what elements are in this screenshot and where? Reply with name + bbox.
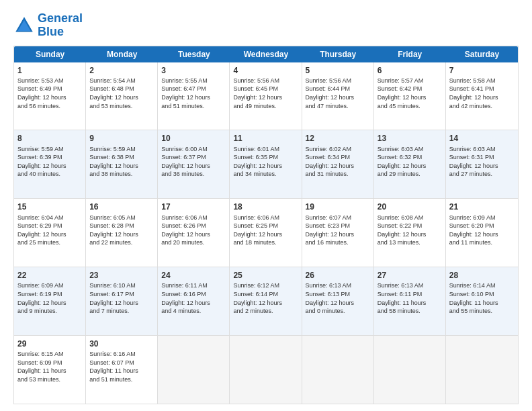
day-number: 20 (378, 201, 442, 212)
day-cell: 15Sunrise: 6:04 AM Sunset: 6:29 PM Dayli… (14, 199, 86, 267)
col-sunday: Sunday (14, 46, 86, 62)
day-number: 14 (449, 133, 515, 144)
day-info: Sunrise: 5:57 AM Sunset: 6:42 PM Dayligh… (378, 77, 442, 110)
day-info: Sunrise: 6:04 AM Sunset: 6:29 PM Dayligh… (17, 214, 82, 247)
day-cell: 14Sunrise: 6:03 AM Sunset: 6:31 PM Dayli… (446, 130, 518, 198)
day-cell: 17Sunrise: 6:06 AM Sunset: 6:26 PM Dayli… (158, 199, 230, 267)
calendar-body: 1Sunrise: 5:53 AM Sunset: 6:49 PM Daylig… (14, 62, 518, 404)
day-cell: 1Sunrise: 5:53 AM Sunset: 6:49 PM Daylig… (14, 62, 86, 130)
day-number: 7 (449, 65, 515, 76)
day-info: Sunrise: 6:00 AM Sunset: 6:37 PM Dayligh… (161, 145, 226, 179)
day-info: Sunrise: 6:14 AM Sunset: 6:10 PM Dayligh… (449, 281, 515, 315)
day-number: 23 (89, 270, 154, 281)
day-info: Sunrise: 6:10 AM Sunset: 6:17 PM Dayligh… (89, 281, 154, 315)
day-cell: 27Sunrise: 6:13 AM Sunset: 6:11 PM Dayli… (374, 267, 446, 335)
empty-cell (446, 336, 518, 404)
col-wednesday: Wednesday (230, 46, 302, 62)
day-number: 1 (17, 65, 82, 76)
day-info: Sunrise: 5:59 AM Sunset: 6:38 PM Dayligh… (89, 145, 154, 179)
day-info: Sunrise: 6:03 AM Sunset: 6:32 PM Dayligh… (378, 145, 442, 179)
day-cell: 20Sunrise: 6:08 AM Sunset: 6:22 PM Dayli… (374, 199, 446, 267)
day-number: 15 (17, 201, 82, 212)
day-cell: 6Sunrise: 5:57 AM Sunset: 6:42 PM Daylig… (374, 62, 446, 130)
day-cell: 18Sunrise: 6:06 AM Sunset: 6:25 PM Dayli… (230, 199, 302, 267)
day-cell: 5Sunrise: 5:56 AM Sunset: 6:44 PM Daylig… (302, 62, 374, 130)
day-number: 10 (161, 133, 226, 144)
calendar-row: 29Sunrise: 6:15 AM Sunset: 6:09 PM Dayli… (14, 336, 518, 404)
calendar: Sunday Monday Tuesday Wednesday Thursday… (13, 46, 519, 404)
day-number: 30 (89, 338, 154, 349)
day-number: 27 (378, 270, 442, 281)
col-saturday: Saturday (446, 46, 518, 62)
empty-cell (158, 336, 230, 404)
day-number: 16 (89, 201, 154, 212)
empty-cell (230, 336, 302, 404)
day-cell: 8Sunrise: 5:59 AM Sunset: 6:39 PM Daylig… (14, 130, 86, 198)
day-cell: 2Sunrise: 5:54 AM Sunset: 6:48 PM Daylig… (86, 62, 158, 130)
day-info: Sunrise: 6:13 AM Sunset: 6:11 PM Dayligh… (378, 281, 442, 315)
page: General Blue Sunday Monday Tuesday Wedne… (0, 0, 532, 411)
day-info: Sunrise: 6:01 AM Sunset: 6:35 PM Dayligh… (233, 145, 298, 179)
day-cell: 26Sunrise: 6:13 AM Sunset: 6:13 PM Dayli… (302, 267, 374, 335)
day-number: 24 (161, 270, 226, 281)
calendar-row: 15Sunrise: 6:04 AM Sunset: 6:29 PM Dayli… (14, 199, 518, 267)
day-number: 17 (161, 201, 226, 212)
day-number: 19 (306, 201, 370, 212)
day-cell: 22Sunrise: 6:09 AM Sunset: 6:19 PM Dayli… (14, 267, 86, 335)
empty-cell (302, 336, 374, 404)
day-info: Sunrise: 6:09 AM Sunset: 6:20 PM Dayligh… (449, 214, 515, 247)
day-number: 26 (306, 270, 370, 281)
day-number: 28 (449, 270, 515, 281)
day-info: Sunrise: 5:53 AM Sunset: 6:49 PM Dayligh… (17, 77, 82, 110)
day-info: Sunrise: 6:09 AM Sunset: 6:19 PM Dayligh… (17, 281, 82, 315)
day-info: Sunrise: 6:11 AM Sunset: 6:16 PM Dayligh… (161, 281, 226, 315)
day-number: 6 (378, 65, 442, 76)
day-cell: 12Sunrise: 6:02 AM Sunset: 6:34 PM Dayli… (302, 130, 374, 198)
day-info: Sunrise: 6:02 AM Sunset: 6:34 PM Dayligh… (306, 145, 370, 179)
day-number: 22 (17, 270, 82, 281)
day-number: 2 (89, 65, 154, 76)
day-info: Sunrise: 6:06 AM Sunset: 6:25 PM Dayligh… (233, 214, 298, 247)
day-info: Sunrise: 6:12 AM Sunset: 6:14 PM Dayligh… (233, 281, 298, 315)
day-cell: 29Sunrise: 6:15 AM Sunset: 6:09 PM Dayli… (14, 336, 86, 404)
day-cell: 30Sunrise: 6:16 AM Sunset: 6:07 PM Dayli… (86, 336, 158, 404)
day-cell: 7Sunrise: 5:58 AM Sunset: 6:41 PM Daylig… (446, 62, 518, 130)
day-info: Sunrise: 6:06 AM Sunset: 6:26 PM Dayligh… (161, 214, 226, 247)
calendar-row: 8Sunrise: 5:59 AM Sunset: 6:39 PM Daylig… (14, 130, 518, 199)
day-info: Sunrise: 5:56 AM Sunset: 6:44 PM Dayligh… (306, 77, 370, 110)
day-cell: 16Sunrise: 6:05 AM Sunset: 6:28 PM Dayli… (86, 199, 158, 267)
header: General Blue (13, 12, 519, 39)
day-info: Sunrise: 6:13 AM Sunset: 6:13 PM Dayligh… (306, 281, 370, 315)
day-number: 3 (161, 65, 226, 76)
col-friday: Friday (374, 46, 446, 62)
day-cell: 4Sunrise: 5:56 AM Sunset: 6:45 PM Daylig… (230, 62, 302, 130)
day-info: Sunrise: 5:58 AM Sunset: 6:41 PM Dayligh… (449, 77, 515, 110)
day-info: Sunrise: 6:15 AM Sunset: 6:09 PM Dayligh… (17, 350, 82, 383)
day-cell: 23Sunrise: 6:10 AM Sunset: 6:17 PM Dayli… (86, 267, 158, 335)
day-info: Sunrise: 5:59 AM Sunset: 6:39 PM Dayligh… (17, 145, 82, 179)
day-cell: 28Sunrise: 6:14 AM Sunset: 6:10 PM Dayli… (446, 267, 518, 335)
day-info: Sunrise: 6:16 AM Sunset: 6:07 PM Dayligh… (89, 350, 154, 383)
day-cell: 3Sunrise: 5:55 AM Sunset: 6:47 PM Daylig… (158, 62, 230, 130)
day-number: 18 (233, 201, 298, 212)
calendar-row: 22Sunrise: 6:09 AM Sunset: 6:19 PM Dayli… (14, 267, 518, 336)
logo-text: General Blue (38, 12, 83, 39)
day-cell: 19Sunrise: 6:07 AM Sunset: 6:23 PM Dayli… (302, 199, 374, 267)
day-info: Sunrise: 6:03 AM Sunset: 6:31 PM Dayligh… (449, 145, 515, 179)
col-monday: Monday (86, 46, 158, 62)
day-number: 5 (306, 65, 370, 76)
day-cell: 24Sunrise: 6:11 AM Sunset: 6:16 PM Dayli… (158, 267, 230, 335)
logo-icon (13, 15, 35, 36)
day-info: Sunrise: 5:56 AM Sunset: 6:45 PM Dayligh… (233, 77, 298, 110)
logo: General Blue (13, 12, 83, 39)
day-info: Sunrise: 6:05 AM Sunset: 6:28 PM Dayligh… (89, 214, 154, 247)
calendar-header: Sunday Monday Tuesday Wednesday Thursday… (14, 46, 518, 62)
empty-cell (374, 336, 446, 404)
day-cell: 11Sunrise: 6:01 AM Sunset: 6:35 PM Dayli… (230, 130, 302, 198)
day-info: Sunrise: 5:54 AM Sunset: 6:48 PM Dayligh… (89, 77, 154, 110)
day-cell: 10Sunrise: 6:00 AM Sunset: 6:37 PM Dayli… (158, 130, 230, 198)
day-info: Sunrise: 6:07 AM Sunset: 6:23 PM Dayligh… (306, 214, 370, 247)
col-tuesday: Tuesday (158, 46, 230, 62)
day-cell: 13Sunrise: 6:03 AM Sunset: 6:32 PM Dayli… (374, 130, 446, 198)
day-number: 9 (89, 133, 154, 144)
